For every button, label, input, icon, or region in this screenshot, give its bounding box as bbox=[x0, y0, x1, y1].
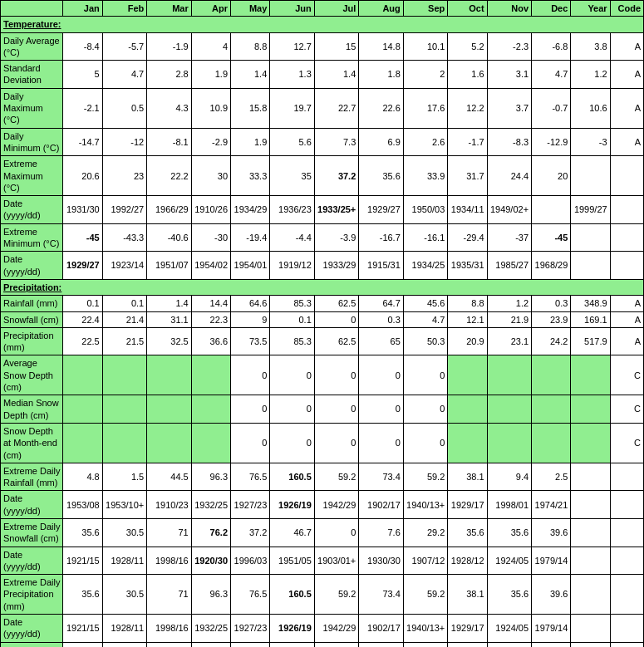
data-cell bbox=[147, 395, 192, 424]
data-cell bbox=[571, 615, 610, 643]
data-cell: -40.6 bbox=[147, 223, 192, 252]
data-cell: 0 bbox=[314, 423, 359, 463]
data-cell: 22.5 bbox=[63, 327, 102, 355]
data-cell: 1910/26 bbox=[191, 196, 230, 224]
data-cell: 12.1 bbox=[448, 311, 487, 327]
data-cell: 8 bbox=[532, 642, 571, 647]
column-header-mar: Mar bbox=[147, 1, 192, 17]
data-cell: 1942/29 bbox=[314, 615, 359, 643]
data-cell: 14 bbox=[231, 642, 270, 647]
data-cell: -5.7 bbox=[102, 32, 147, 61]
data-cell: 7.6 bbox=[359, 518, 404, 547]
data-cell: 0 bbox=[359, 642, 404, 647]
column-header-oct: Oct bbox=[448, 1, 487, 17]
data-cell bbox=[448, 355, 487, 395]
data-cell: 3.8 bbox=[571, 32, 610, 61]
data-cell: 4.7 bbox=[403, 311, 448, 327]
data-cell: 0.1 bbox=[102, 296, 147, 311]
data-cell: 96.3 bbox=[191, 575, 230, 615]
table-row: Date (yyyy/dd)1921/151928/111998/161932/… bbox=[1, 615, 644, 643]
data-cell: 0 bbox=[403, 395, 448, 424]
data-cell: 4.7 bbox=[532, 61, 571, 89]
data-cell: 37.2 bbox=[314, 156, 359, 196]
data-cell: 1998/01 bbox=[487, 491, 532, 519]
data-cell: 1.4 bbox=[231, 61, 270, 89]
data-cell: 1985/27 bbox=[487, 252, 532, 280]
data-cell: 35.6 bbox=[487, 575, 532, 615]
data-cell: 12.2 bbox=[448, 88, 487, 128]
data-cell: -1.9 bbox=[147, 32, 192, 61]
data-cell: 1940/13+ bbox=[403, 491, 448, 519]
data-cell: 50.3 bbox=[403, 327, 448, 355]
data-cell: 0.5 bbox=[102, 88, 147, 128]
data-cell: 1934/25 bbox=[403, 252, 448, 280]
data-cell: 1927/23 bbox=[231, 615, 270, 643]
data-cell: -45 bbox=[532, 223, 571, 252]
data-cell: 1979/14 bbox=[532, 547, 571, 575]
data-cell: 39.6 bbox=[532, 575, 571, 615]
column-header-dec: Dec bbox=[532, 1, 571, 17]
data-cell: 9 bbox=[403, 642, 448, 647]
data-cell bbox=[571, 252, 610, 280]
data-cell: 59.2 bbox=[403, 463, 448, 491]
data-cell: 5.6 bbox=[270, 128, 315, 156]
data-cell: 1926/19 bbox=[270, 615, 315, 643]
data-cell: 22.7 bbox=[314, 88, 359, 128]
data-cell: 5 bbox=[63, 61, 102, 89]
data-cell: -16.1 bbox=[403, 223, 448, 252]
data-cell: 0.3 bbox=[532, 296, 571, 311]
data-cell bbox=[610, 575, 643, 615]
data-cell: 35.6 bbox=[63, 518, 102, 547]
data-cell: A bbox=[610, 32, 643, 61]
column-header-apr: Apr bbox=[191, 1, 230, 17]
data-cell: 6.9 bbox=[359, 128, 404, 156]
data-cell: -2.9 bbox=[191, 128, 230, 156]
data-cell: 1921/15 bbox=[63, 547, 102, 575]
table-row: Rainfall (mm)0.10.11.414.464.685.362.564… bbox=[1, 296, 644, 311]
data-cell: 23.9 bbox=[532, 311, 571, 327]
data-cell: 19.7 bbox=[270, 88, 315, 128]
data-cell: 1953/10+ bbox=[102, 491, 147, 519]
data-cell: 14.4 bbox=[191, 296, 230, 311]
data-cell: 37.2 bbox=[231, 518, 270, 547]
data-cell: 1934/29 bbox=[231, 196, 270, 224]
data-cell: -8.3 bbox=[487, 128, 532, 156]
data-cell: -1.7 bbox=[448, 128, 487, 156]
data-cell: -3.9 bbox=[314, 223, 359, 252]
table-row: Extreme Snow Depth (cm)20201722140009122… bbox=[1, 642, 644, 647]
data-cell: A bbox=[610, 327, 643, 355]
column-label-header bbox=[1, 1, 63, 17]
data-cell: 35.6 bbox=[359, 156, 404, 196]
data-cell: 348.9 bbox=[571, 296, 610, 311]
data-cell bbox=[610, 615, 643, 643]
data-cell: 0 bbox=[314, 642, 359, 647]
data-cell: 1928/12 bbox=[448, 547, 487, 575]
data-cell: 20 bbox=[102, 642, 147, 647]
data-cell bbox=[191, 395, 230, 424]
data-cell: 169.1 bbox=[571, 311, 610, 327]
column-header-jul: Jul bbox=[314, 1, 359, 17]
data-cell: 4.8 bbox=[63, 463, 102, 491]
data-cell: 10.1 bbox=[403, 32, 448, 61]
data-cell: 160.5 bbox=[270, 575, 315, 615]
data-cell: A bbox=[610, 88, 643, 128]
row-label: Date (yyyy/dd) bbox=[1, 252, 63, 280]
data-cell: 8.8 bbox=[231, 32, 270, 61]
column-header-jun: Jun bbox=[270, 1, 315, 17]
table-row: Precipitation: bbox=[1, 279, 644, 295]
data-cell: 0 bbox=[314, 395, 359, 424]
data-cell: 1936/23 bbox=[270, 196, 315, 224]
data-cell: 0 bbox=[270, 395, 315, 424]
data-cell: -3 bbox=[571, 128, 610, 156]
column-header-year: Year bbox=[571, 1, 610, 17]
data-cell bbox=[487, 355, 532, 395]
table-row: Extreme Minimum (°C)-45-43.3-40.6-30-19.… bbox=[1, 223, 644, 252]
table-row: Extreme Daily Rainfall (mm)4.81.544.596.… bbox=[1, 463, 644, 491]
data-cell bbox=[571, 355, 610, 395]
data-cell: 0 bbox=[403, 423, 448, 463]
data-cell: 22.6 bbox=[359, 88, 404, 128]
data-cell: 2 bbox=[403, 61, 448, 89]
data-cell bbox=[147, 423, 192, 463]
data-cell: 14.8 bbox=[359, 32, 404, 61]
data-cell: 0 bbox=[270, 355, 315, 395]
